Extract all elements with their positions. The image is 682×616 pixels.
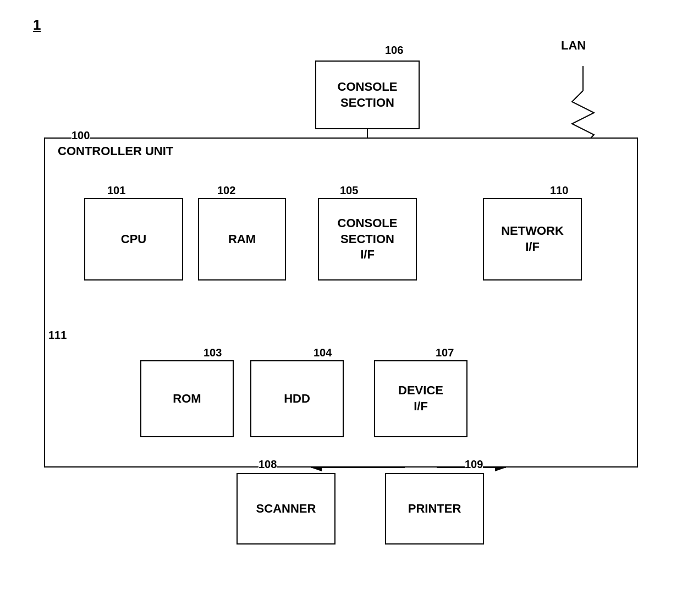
ref-102: 102 xyxy=(217,184,235,197)
ref-105: 105 xyxy=(340,184,358,197)
cpu-label: CPU xyxy=(121,232,146,248)
printer-box: PRINTER xyxy=(385,473,484,544)
ref-108: 108 xyxy=(258,458,277,471)
ref-101: 101 xyxy=(107,184,125,197)
lan-label: LAN xyxy=(561,38,586,53)
scanner-box: SCANNER xyxy=(237,473,336,544)
printer-label: PRINTER xyxy=(408,501,461,517)
hdd-box: HDD xyxy=(250,360,344,437)
hdd-label: HDD xyxy=(284,391,310,407)
rom-box: ROM xyxy=(140,360,234,437)
ref-107: 107 xyxy=(436,346,454,359)
ref-103: 103 xyxy=(204,346,222,359)
network-if-box: NETWORKI/F xyxy=(483,198,582,280)
device-if-box: DEVICEI/F xyxy=(374,360,468,437)
ref-111: 111 xyxy=(48,329,67,342)
diagram-title: 1 xyxy=(33,16,41,34)
cpu-box: CPU xyxy=(84,198,183,280)
network-if-label: NETWORKI/F xyxy=(501,223,564,255)
console-section-label: CONSOLESECTION xyxy=(338,79,398,111)
device-if-label: DEVICEI/F xyxy=(398,383,443,414)
console-section-box: CONSOLESECTION xyxy=(315,61,420,129)
controller-unit-label: CONTROLLER UNIT xyxy=(58,144,173,158)
console-section-if-box: CONSOLESECTIONI/F xyxy=(318,198,417,280)
rom-label: ROM xyxy=(173,391,201,407)
ref-100: 100 xyxy=(72,129,90,142)
ref-110: 110 xyxy=(550,184,568,197)
console-section-if-label: CONSOLESECTIONI/F xyxy=(338,216,398,263)
ref-104: 104 xyxy=(314,346,332,359)
ram-label: RAM xyxy=(228,232,256,248)
ref-109: 109 xyxy=(465,458,483,471)
diagram: 1 CONTROLLER UNIT 100 CPU 101 RAM 102 CO… xyxy=(0,0,682,616)
ram-box: RAM xyxy=(198,198,286,280)
ref-106: 106 xyxy=(385,44,403,57)
scanner-label: SCANNER xyxy=(256,501,316,517)
